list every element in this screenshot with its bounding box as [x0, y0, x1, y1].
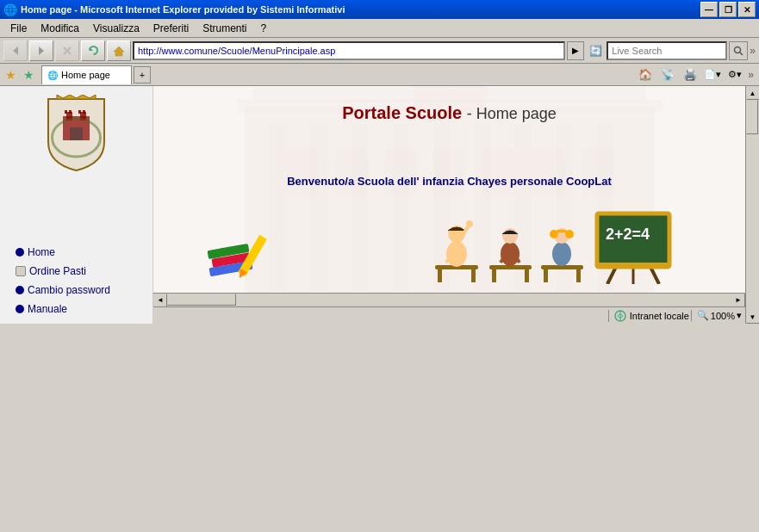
svg-rect-54 [544, 269, 548, 282]
page-title-main: Portale Scuole [342, 103, 462, 122]
nav-manuale[interactable]: Manuale [16, 303, 146, 315]
student-1-svg [431, 215, 482, 284]
svg-marker-0 [13, 46, 18, 55]
address-input[interactable] [133, 41, 565, 60]
menu-preferiti[interactable]: Preferiti [148, 21, 194, 36]
address-bar: ▶ 🔄 [133, 40, 605, 61]
live-search-area [607, 41, 748, 60]
refresh-icon[interactable]: 🔄 [586, 40, 605, 61]
go-button[interactable]: ▶ [567, 41, 584, 60]
svg-line-7 [740, 52, 743, 55]
svg-rect-39 [438, 269, 442, 282]
right-toolbar-icons: 🏠 📡 🖨️ 📄▾ ⚙▾ » [636, 65, 754, 84]
welcome-school: Scuola dell' infanzia Chayes personale C… [358, 175, 612, 188]
h-scroll-thumb[interactable] [167, 294, 236, 306]
menu-file[interactable]: File [5, 21, 32, 36]
sidebar: Home Ordine Pasti Cambio password Manual… [0, 86, 153, 324]
svg-rect-65 [597, 263, 669, 268]
add-favorite-icon[interactable]: ★ [23, 68, 34, 82]
print-icon-btn[interactable]: 🖨️ [681, 65, 700, 84]
tools-dropdown-btn[interactable]: ⚙▾ [725, 65, 744, 84]
scroll-up-button[interactable]: ▲ [746, 86, 760, 100]
content-area: Portale Scuole - Home page Benvenuto/a S… [153, 86, 745, 324]
more-tools-icon[interactable]: » [750, 45, 756, 57]
zone-icon [614, 310, 626, 322]
menu-bar: File Modifica Visualizza Preferiti Strum… [0, 19, 759, 38]
scroll-thumb[interactable] [746, 100, 758, 134]
scroll-track[interactable] [746, 100, 759, 310]
svg-rect-15 [83, 110, 85, 114]
nav-cambio-password[interactable]: Cambio password [16, 284, 146, 296]
page-title-sub: - Home page [467, 105, 557, 122]
menu-strumenti[interactable]: Strumenti [197, 21, 252, 36]
zoom-value: 100% [711, 311, 735, 321]
student-3-svg [538, 215, 586, 284]
coat-of-arms [42, 95, 111, 172]
svg-line-61 [650, 267, 659, 284]
blackboard-svg: 2+2=4 [590, 207, 676, 284]
status-zone: Intranet locale [608, 310, 689, 322]
svg-rect-11 [70, 127, 83, 140]
favorites-star-icon[interactable]: ★ [5, 68, 16, 82]
feeds-icon-btn[interactable]: 📡 [658, 65, 677, 84]
status-bar: Intranet locale 🔍 100% ▾ [153, 306, 745, 324]
nav-links: Home Ordine Pasti Cambio password Manual… [7, 246, 146, 315]
svg-marker-5 [114, 46, 124, 56]
back-button[interactable] [3, 40, 28, 61]
zoom-area: 🔍 100% ▾ [691, 310, 742, 321]
content-with-scroll: Portale Scuole - Home page Benvenuto/a S… [153, 86, 759, 324]
search-input[interactable] [607, 41, 727, 60]
restore-button[interactable]: ❐ [719, 2, 737, 17]
menu-help[interactable]: ? [256, 21, 272, 36]
svg-rect-55 [576, 269, 581, 282]
stop-button[interactable] [55, 40, 79, 61]
forward-button[interactable] [29, 40, 53, 61]
nav-ordine-pasti[interactable]: Ordine Pasti [16, 265, 146, 277]
content-inner: Portale Scuole - Home page Benvenuto/a S… [153, 86, 745, 205]
minimize-button[interactable]: — [700, 2, 718, 17]
title-bar: 🌐 Home page - Microsoft Internet Explore… [0, 0, 759, 19]
tab-homepage[interactable]: 🌐 Home page [41, 65, 132, 84]
menu-modifica[interactable]: Modifica [35, 21, 84, 36]
zoom-dropdown-icon[interactable]: ▾ [737, 310, 742, 321]
tab-icon: 🌐 [47, 71, 58, 80]
close-button[interactable]: ✕ [738, 2, 756, 17]
svg-point-49 [501, 242, 519, 266]
nav-icon-ordine [16, 266, 26, 276]
svg-point-56 [552, 242, 571, 266]
refresh-button[interactable] [81, 40, 105, 61]
nav-home-label: Home [28, 246, 55, 258]
page-title: Portale Scuole - Home page [179, 103, 719, 123]
welcome-text: Benvenuto/a Scuola dell' infanzia Chayes… [179, 175, 719, 188]
svg-marker-1 [39, 46, 44, 55]
nav-dot-manuale [16, 305, 24, 313]
main-wrapper: Home Ordine Pasti Cambio password Manual… [0, 86, 759, 324]
scroll-left-button[interactable]: ◄ [153, 294, 167, 307]
scroll-down-button[interactable]: ▼ [746, 310, 760, 324]
nav-home[interactable]: Home [16, 246, 146, 258]
toolbar: ▶ 🔄 » [0, 38, 759, 64]
zone-label: Intranet locale [630, 311, 689, 321]
new-tab-button[interactable]: + [134, 66, 151, 84]
search-button[interactable] [729, 41, 748, 60]
nav-password-label: Cambio password [28, 284, 110, 296]
scroll-right-button[interactable]: ► [731, 294, 745, 307]
welcome-label: Benvenuto/a [287, 175, 354, 188]
page-dropdown-btn[interactable]: 📄▾ [703, 65, 722, 84]
svg-rect-13 [69, 110, 72, 114]
menu-visualizza[interactable]: Visualizza [88, 21, 145, 36]
h-scroll-track[interactable] [167, 294, 731, 306]
svg-point-44 [466, 220, 473, 227]
svg-text:2+2=4: 2+2=4 [606, 226, 650, 243]
nav-dot-password [16, 286, 24, 294]
tab-area: 🌐 Home page + [41, 65, 629, 84]
nav-manuale-label: Manuale [28, 303, 67, 315]
nav-dot-home [16, 248, 24, 257]
home-button[interactable] [107, 40, 131, 61]
horizontal-scrollbar: ◄ ► [153, 293, 745, 306]
svg-rect-48 [525, 269, 529, 282]
content-main: Portale Scuole - Home page Benvenuto/a S… [153, 86, 745, 293]
illustration-area: 2+2=4 [431, 207, 676, 284]
home-icon-btn[interactable]: 🏠 [636, 65, 655, 84]
window-title: Home page - Microsoft Internet Explorer … [21, 4, 700, 15]
